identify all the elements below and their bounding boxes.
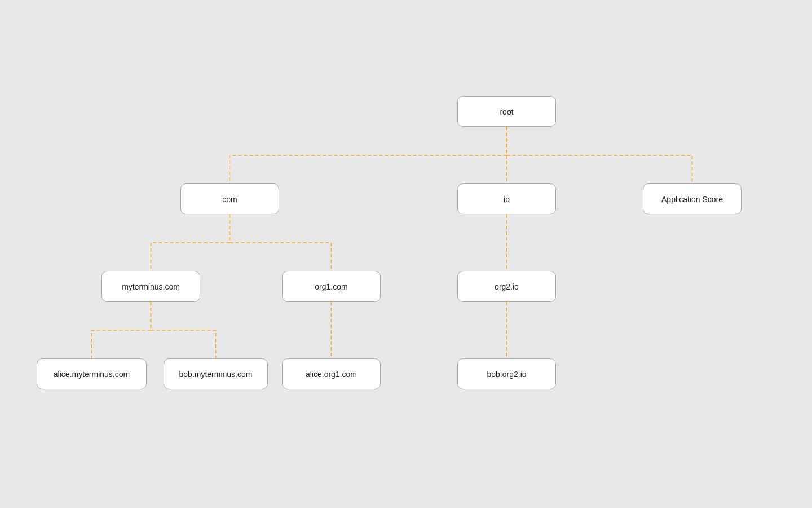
node-alice_org1[interactable]: alice.org1.com bbox=[282, 358, 381, 389]
connection-root-appscore bbox=[507, 127, 692, 188]
connection-com-myterminus bbox=[151, 214, 230, 275]
node-org2io[interactable]: org2.io bbox=[457, 271, 556, 302]
node-bob_myterminus[interactable]: bob.myterminus.com bbox=[164, 358, 268, 389]
node-com[interactable]: com bbox=[180, 183, 279, 214]
connection-myterminus-alice_myterminus bbox=[92, 302, 151, 363]
node-myterminus[interactable]: myterminus.com bbox=[102, 271, 200, 302]
node-bob_org2[interactable]: bob.org2.io bbox=[457, 358, 556, 389]
node-io[interactable]: io bbox=[457, 183, 556, 214]
node-root[interactable]: root bbox=[457, 96, 556, 127]
diagram-canvas: rootcomioApplication Scoremyterminus.com… bbox=[0, 0, 812, 508]
node-alice_myterminus[interactable]: alice.myterminus.com bbox=[37, 358, 147, 389]
connection-root-com bbox=[230, 127, 507, 188]
connection-myterminus-bob_myterminus bbox=[151, 302, 216, 363]
connections-svg bbox=[0, 0, 812, 508]
node-org1com[interactable]: org1.com bbox=[282, 271, 381, 302]
connection-com-org1com bbox=[230, 214, 332, 275]
node-appscore[interactable]: Application Score bbox=[643, 183, 742, 214]
